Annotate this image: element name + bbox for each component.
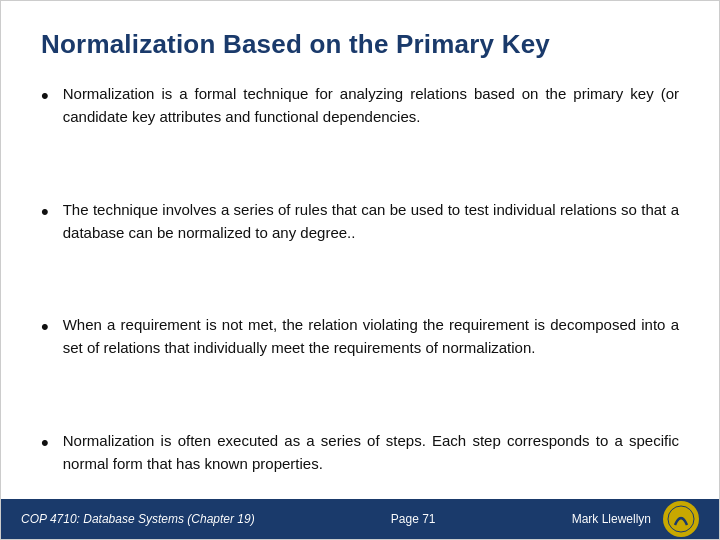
bullet-text-4: Normalization is often executed as a ser… bbox=[63, 429, 679, 476]
bullet-dot-3: • bbox=[41, 314, 49, 340]
footer-logo bbox=[663, 501, 699, 537]
bullet-dot-4: • bbox=[41, 430, 49, 456]
slide: Normalization Based on the Primary Key •… bbox=[0, 0, 720, 540]
bullet-list: • Normalization is a formal technique fo… bbox=[41, 82, 679, 483]
bullet-dot-1: • bbox=[41, 83, 49, 109]
bullet-item-4: • Normalization is often executed as a s… bbox=[41, 429, 679, 476]
slide-content: Normalization Based on the Primary Key •… bbox=[1, 1, 719, 499]
footer-course: COP 4710: Database Systems (Chapter 19) bbox=[21, 512, 255, 526]
footer-author: Mark Llewellyn bbox=[572, 512, 651, 526]
bullet-item-3: • When a requirement is not met, the rel… bbox=[41, 313, 679, 360]
slide-footer: COP 4710: Database Systems (Chapter 19) … bbox=[1, 499, 719, 539]
bullet-text-1: Normalization is a formal technique for … bbox=[63, 82, 679, 129]
bullet-text-3: When a requirement is not met, the relat… bbox=[63, 313, 679, 360]
bullet-text-2: The technique involves a series of rules… bbox=[63, 198, 679, 245]
bullet-item-1: • Normalization is a formal technique fo… bbox=[41, 82, 679, 129]
logo-icon bbox=[667, 505, 695, 533]
bullet-dot-2: • bbox=[41, 199, 49, 225]
footer-page: Page 71 bbox=[391, 512, 436, 526]
bullet-item-2: • The technique involves a series of rul… bbox=[41, 198, 679, 245]
slide-title: Normalization Based on the Primary Key bbox=[41, 29, 679, 60]
footer-right-group: Mark Llewellyn bbox=[572, 501, 699, 537]
